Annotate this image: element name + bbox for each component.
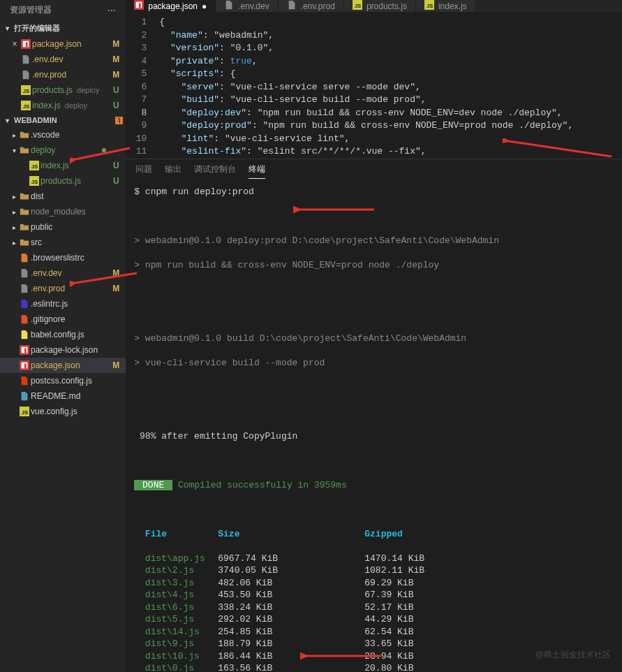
tree-item[interactable]: babel.config.js xyxy=(0,327,126,342)
file-name: .env.prod xyxy=(32,70,110,80)
vcs-status: U xyxy=(110,161,121,170)
folder-icon xyxy=(18,222,31,232)
svg-rect-21 xyxy=(139,3,141,8)
open-editors-header[interactable]: ▾打开的编辑器 xyxy=(0,20,126,36)
file-name: .vscode xyxy=(31,130,110,140)
svg-text:JS: JS xyxy=(22,409,29,416)
panel-tab[interactable]: 问题 xyxy=(135,163,152,179)
file-name: README.md xyxy=(31,391,110,401)
project-tree: ▸ .vscode ▾ deploy JS index.js U JS prod… xyxy=(0,127,126,419)
svg-text:JS: JS xyxy=(23,103,30,110)
explorer-title: 资源管理器 ⋯ xyxy=(0,0,126,20)
terminal-output[interactable]: $ cnpm run deploy:prod > webadmin@0.1.0 … xyxy=(126,183,622,673)
editor-tab[interactable]: package.json ● xyxy=(126,0,216,12)
tree-item[interactable]: JS index.js U xyxy=(0,158,126,173)
editor-tab[interactable]: .env.dev xyxy=(216,0,278,12)
folder-icon xyxy=(18,207,31,217)
tree-item[interactable]: ▸ public xyxy=(0,219,126,235)
npm-icon xyxy=(134,0,144,12)
editor-tabs: package.json ● .env.dev .env.prod JS pro… xyxy=(126,0,622,12)
file-icon xyxy=(224,0,234,12)
editor-tab[interactable]: JS products.js xyxy=(344,0,416,12)
git-icon xyxy=(18,314,31,324)
file-name: node_modules xyxy=(31,207,110,217)
file-icon xyxy=(18,268,31,278)
open-editor-item[interactable]: × package.json M xyxy=(0,36,126,52)
panel-tabs: 问题输出调试控制台终端 xyxy=(126,159,622,183)
file-name: deploy xyxy=(31,145,102,155)
chevron-icon: ▸ xyxy=(10,224,18,231)
file-icon xyxy=(20,54,32,64)
eslint-icon xyxy=(18,299,31,309)
vcs-status: M xyxy=(110,39,121,49)
file-name: src xyxy=(31,238,110,247)
tree-item[interactable]: .env.prod M xyxy=(0,281,126,296)
tree-item[interactable]: ▸ src xyxy=(0,235,126,250)
npm-icon xyxy=(18,345,31,355)
modified-dot-icon xyxy=(102,148,106,152)
tree-item[interactable]: ▸ node_modules xyxy=(0,204,126,219)
tree-item[interactable]: .browserslistrc xyxy=(0,250,126,265)
postcss-icon xyxy=(18,376,31,386)
npm-icon xyxy=(18,360,31,370)
file-name: babel.config.js xyxy=(31,330,110,339)
tab-label: .env.prod xyxy=(301,1,335,11)
panel-tab[interactable]: 调试控制台 xyxy=(194,163,236,179)
tab-label: products.js xyxy=(366,1,407,11)
panel-tab[interactable]: 输出 xyxy=(165,163,182,179)
file-name: package.json xyxy=(32,39,110,49)
editor-tab[interactable]: .env.prod xyxy=(279,0,344,12)
editor[interactable]: 1234567891011 { "name": "webadmin", "ver… xyxy=(126,12,622,159)
file-name: .browserslistrc xyxy=(31,253,110,263)
js-icon: JS xyxy=(353,0,362,12)
open-editor-item[interactable]: JS index.jsdeploy U xyxy=(0,98,126,113)
npm-icon xyxy=(20,39,32,49)
file-name: package-lock.json xyxy=(31,345,110,355)
babel-icon xyxy=(18,330,31,339)
open-editor-item[interactable]: JS products.jsdeploy U xyxy=(0,82,126,98)
svg-text:JS: JS xyxy=(31,163,38,170)
vcs-status: M xyxy=(110,268,121,278)
tree-item[interactable]: JS vue.config.js xyxy=(0,404,126,419)
file-icon xyxy=(20,70,32,80)
tree-item[interactable]: JS products.js U xyxy=(0,173,126,189)
tree-item[interactable]: ▸ dist xyxy=(0,189,126,204)
file-name: products.jsdeploy xyxy=(32,85,110,95)
svg-rect-13 xyxy=(24,348,27,353)
chevron-icon: ▸ xyxy=(10,193,18,200)
folder-icon xyxy=(18,145,31,155)
vcs-status: U xyxy=(110,176,121,186)
vcs-status: U xyxy=(110,85,121,95)
md-icon xyxy=(18,391,31,401)
project-header[interactable]: ▾WEBADMIN \ xyxy=(0,113,126,127)
file-name: .gitignore xyxy=(31,314,110,324)
tree-item[interactable]: .eslintrc.js xyxy=(0,296,126,312)
vcs-status: M xyxy=(110,360,121,370)
tree-item[interactable]: package-lock.json xyxy=(0,342,126,358)
tree-item[interactable]: postcss.config.js xyxy=(0,373,126,388)
file-name: dist xyxy=(31,191,110,201)
tree-item[interactable]: package.json M xyxy=(0,358,126,373)
editor-tab[interactable]: JS index.js xyxy=(416,0,476,12)
tree-item[interactable]: README.md xyxy=(0,388,126,404)
tree-item[interactable]: .env.dev M xyxy=(0,265,126,281)
chevron-icon: ▸ xyxy=(10,239,18,247)
panel-tab[interactable]: 终端 xyxy=(249,163,265,179)
file-name: postcss.config.js xyxy=(31,376,110,386)
open-editor-item[interactable]: .env.prod M xyxy=(0,67,126,82)
tree-item[interactable]: ▾ deploy xyxy=(0,143,126,158)
close-icon[interactable]: × xyxy=(10,39,20,49)
chevron-icon: ▾ xyxy=(10,147,18,154)
file-name: package.json xyxy=(31,360,110,370)
vcs-status: M xyxy=(110,284,121,293)
js-icon: JS xyxy=(28,176,40,186)
svg-text:JS: JS xyxy=(427,3,434,9)
tree-item[interactable]: ▸ .vscode xyxy=(0,127,126,143)
open-editor-item[interactable]: .env.dev M xyxy=(0,52,126,67)
dirty-dot-icon: ● xyxy=(202,1,207,11)
tree-item[interactable]: .gitignore xyxy=(0,312,126,327)
tab-label: package.json xyxy=(148,1,198,11)
vcs-status: U xyxy=(110,101,121,110)
vcs-status: M xyxy=(110,70,121,80)
terminal-panel: 问题输出调试控制台终端 $ cnpm run deploy:prod > web… xyxy=(126,159,622,673)
